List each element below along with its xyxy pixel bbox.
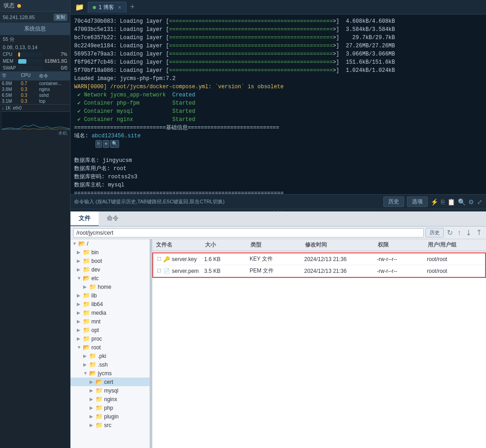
terminal-line: WARN[0000] /root/jycms/docker-compose.ym… — [74, 83, 482, 91]
tree-item-home[interactable]: ▶ 📁 home — [70, 282, 150, 291]
col-type: 类型 — [251, 241, 305, 249]
tab-bar: 📁 1 博客 ✕ + — [70, 0, 486, 15]
tree-label: opt — [91, 327, 99, 333]
expand-icon[interactable]: ⤢ — [477, 198, 482, 206]
proc-row[interactable]: 3.1M 0.3 top — [0, 98, 70, 104]
mem-bar-fill — [18, 59, 26, 64]
tree-item-php[interactable]: ▶ 📁 php — [70, 403, 150, 412]
file-permissions: -rw-r--r-- — [377, 268, 427, 274]
tree-item-src[interactable]: ▶ 📁 src — [70, 421, 150, 429]
tree-label: lib — [91, 292, 97, 299]
proc-row[interactable]: 6.8M 0.7 container... — [0, 81, 70, 86]
tree-item-proc[interactable]: ▶ 📁 proc — [70, 334, 150, 343]
folder-icon: 📁 — [83, 327, 90, 333]
history-button[interactable]: 历史 — [383, 196, 404, 207]
fm-history-button[interactable]: 历史 — [426, 228, 444, 237]
proc-row[interactable]: 6.5M 0.3 sshd — [0, 92, 70, 98]
cpu-percent: 7% — [45, 52, 67, 57]
tree-item-lib64[interactable]: ▶ 📁 lib64 — [70, 300, 150, 308]
tree-item-jycms[interactable]: ▼ 📂 jycms — [70, 369, 150, 378]
file-row-serverkey[interactable]: ☐ 🔑 server.key 1.6 KB KEY 文件 2024/12/13 … — [153, 253, 485, 265]
tree-item-ssh[interactable]: ▶ 📁 .ssh — [70, 360, 150, 369]
terminal[interactable]: 70c4d730b083: Loading layer [===========… — [70, 15, 486, 194]
tree-item-pki[interactable]: ▶ 📁 .pki — [70, 352, 150, 360]
tree-item-root[interactable]: ▼ 📂 / — [70, 239, 150, 248]
tree-item-mnt[interactable]: ▶ 📁 mnt — [70, 317, 150, 326]
tab-command[interactable]: 命令 — [99, 211, 127, 226]
fm-up-icon[interactable]: ↑ — [456, 229, 462, 237]
fm-refresh-icon[interactable]: ↻ — [446, 228, 454, 237]
settings-icon[interactable]: ⚙ — [468, 198, 474, 206]
tree-item-dev[interactable]: ▶ 📁 dev — [70, 265, 150, 274]
proc-mem: 6.5M — [2, 93, 21, 98]
net-iface: eth0 — [13, 106, 21, 111]
fm-download-icon[interactable]: ⤓ — [464, 228, 473, 237]
file-row-serverpem[interactable]: ☐ 📄 server.pem 3.5 KB PEM 文件 2024/12/13 … — [153, 265, 485, 277]
tree-item-lib[interactable]: ▶ 📁 lib — [70, 291, 150, 300]
tree-label: .ssh — [98, 362, 108, 368]
proc-row[interactable]: 3.8M 0.3 nginx — [0, 86, 70, 92]
tree-label: jycms — [98, 370, 112, 377]
terminal-line: ✔ Container nginx Started — [74, 116, 482, 124]
tree-panel: ▼ 📂 / ▶ 📁 bin ▶ 📁 boot ▶ 📁 dev — [70, 239, 150, 448]
fm-upload-icon[interactable]: ⤒ — [475, 228, 483, 237]
tree-item-cert[interactable]: ▶ 📂 cert — [70, 378, 150, 386]
proc-name: nginx — [39, 87, 68, 92]
tree-item-mysql[interactable]: ▶ 📁 mysql — [70, 386, 150, 395]
tree-label: php — [104, 405, 113, 411]
folder-icon: 📁 — [95, 396, 103, 403]
copy-doc-icon[interactable]: ⎘ — [441, 198, 445, 206]
tree-label: nginx — [104, 396, 117, 403]
folder-icon: 📁 — [89, 283, 96, 290]
cert-file-icon: 📄 — [163, 268, 170, 274]
tree-item-plugin[interactable]: ▶ 📁 plugin — [70, 412, 150, 421]
chevron-right-icon: ▶ — [83, 284, 88, 289]
tab-add-button[interactable]: + — [127, 2, 138, 12]
tab-file[interactable]: 文件 — [70, 211, 99, 226]
sidebar: 状态 56.241.128.85 复制 系统信息 55 分 0.08, 0.13… — [0, 0, 70, 448]
lightning-icon[interactable]: ⚡ — [431, 198, 438, 206]
tree-label: mysql — [104, 388, 118, 394]
file-list-header: 文件名 大小 类型 修改时间 权限 用户/用户组 — [152, 239, 486, 252]
chevron-down-icon: ▼ — [83, 371, 88, 376]
tree-label: proc — [91, 336, 102, 342]
tab-close-button[interactable]: ✕ — [118, 5, 121, 10]
tab-item[interactable]: 1 博客 ✕ — [88, 2, 126, 13]
load-row: 0.08, 0.13, 0.14 — [0, 44, 70, 51]
path-input[interactable] — [73, 228, 424, 237]
tree-item-root[interactable]: ▼ 📂 root — [70, 343, 150, 352]
tree-item-opt[interactable]: ▶ 📁 opt — [70, 326, 150, 334]
chevron-right-icon: ▶ — [90, 405, 94, 410]
file-checkbox[interactable]: ☐ — [157, 256, 161, 262]
cpu-label: CPU — [3, 52, 16, 57]
tree-label: / — [87, 241, 88, 247]
tree-label: cert — [104, 379, 113, 385]
tree-label: home — [98, 284, 111, 290]
proc-mem: 3.8M — [2, 87, 21, 92]
folder-open-icon: 📂 — [78, 240, 85, 247]
terminal-line: 数据库密码: rootss2s3 — [74, 173, 482, 181]
copy-ip-button[interactable]: 复制 — [54, 14, 67, 21]
tree-item-media[interactable]: ▶ 📁 media — [70, 308, 150, 317]
copy-icon[interactable]: ⎘ — [95, 140, 102, 148]
proc-mem: 6.8M — [2, 81, 21, 86]
tree-item-etc[interactable]: ▼ 📂 etc — [70, 274, 150, 282]
chevron-down-icon: ▼ — [77, 345, 81, 350]
paste-icon[interactable]: 📋 — [447, 198, 455, 206]
terminal-line: 569537e79aa3: Loading layer [===========… — [74, 50, 482, 58]
mem-bar-bg — [18, 59, 43, 64]
search-icon[interactable]: 🔍 — [110, 140, 119, 148]
folder-icon: 📁 — [95, 387, 103, 394]
ip-row: 56.241.128.85 复制 — [0, 12, 70, 23]
chevron-right-icon: ▶ — [90, 388, 94, 393]
tree-item-boot[interactable]: ▶ 📁 boot — [70, 257, 150, 265]
options-button[interactable]: 选项 — [407, 196, 428, 207]
copy2-icon[interactable]: ⊕ — [103, 140, 109, 148]
fm-toolbar: 历史 ↻ ↑ ⤓ ⤒ — [70, 227, 486, 239]
tree-item-nginx[interactable]: ▶ 📁 nginx — [70, 395, 150, 403]
magnify-icon[interactable]: 🔍 — [458, 198, 466, 206]
net-graph — [2, 111, 70, 130]
file-checkbox[interactable]: ☐ — [157, 268, 161, 274]
toolbar-icons: ⚡ ⎘ 📋 🔍 ⚙ ⤢ — [431, 198, 482, 206]
tree-item-bin[interactable]: ▶ 📁 bin — [70, 248, 150, 257]
